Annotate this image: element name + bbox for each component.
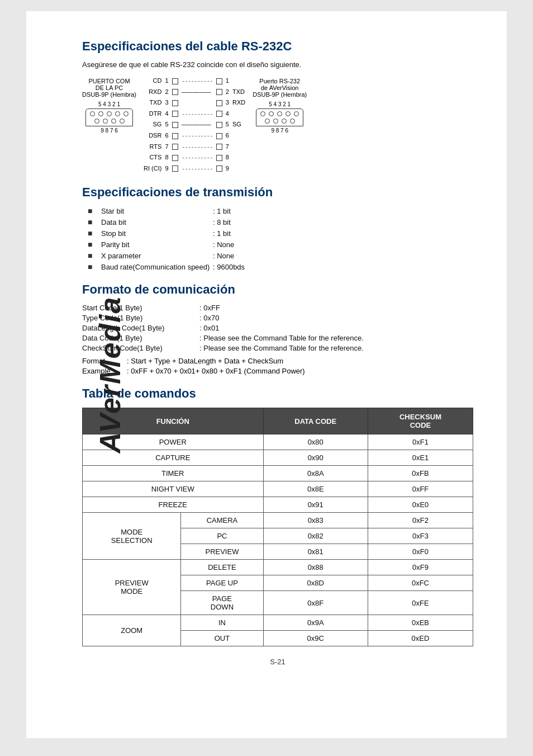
command-table: FUNCIÓN DATA CODE CHECKSUMCODE POWER 0x8… [82,408,473,646]
right-port-label2: de AVerVision [253,84,307,91]
spec-value-1: : 8 bit [213,218,231,226]
right-port-label3: DSUB-9P (Hembra) [253,91,307,98]
cmd-check-power: 0xF1 [368,434,473,450]
cmd-subfunc-zoomin: IN [181,615,263,631]
section1-intro: Asegúrese de que el cable RS-232 coincid… [82,60,473,69]
cmd-data-zoomout: 0x9C [263,631,368,646]
page-number: S-21 [82,658,473,666]
cmd-func-freeze: FREEZE [83,497,264,513]
comm-val-2: : 0x01 [199,324,219,332]
cmd-subfunc-camera: CAMERA [181,513,263,528]
cmd-check-camera: 0xF2 [368,513,473,528]
comm-val-1: : 0x70 [199,314,219,322]
table-row: NIGHT VIEW 0x8E 0xFF [83,481,473,497]
table-row: ZOOM IN 0x9A 0xEB [83,615,473,631]
cmd-data-camera: 0x83 [263,513,368,528]
cmd-check-freeze: 0xE0 [368,497,473,513]
pin-table: CD 1----------1 RXD 2————————2TXD TXD 33… [142,75,247,174]
left-connector-numbers-top: 5 4 3 2 1 [82,101,136,107]
cmd-data-nightview: 0x8E [263,481,368,497]
spec-label-5: Baud rate(Communication speed) [101,263,213,271]
spec-value-5: : 9600bds [213,263,245,271]
spec-value-4: : None [213,252,234,260]
cmd-func-timer: TIMER [83,466,264,481]
cmd-check-zoomin: 0xEB [368,615,473,631]
left-port-label2: DE LA PC [82,84,136,91]
spec-value-0: : 1 bit [213,207,231,215]
spec-value-3: : None [213,240,234,249]
cmd-data-pc: 0x82 [263,528,368,544]
section4-title: Tabla de comandos [82,386,473,401]
table-row: MODESELECTION CAMERA 0x83 0xF2 [83,513,473,528]
comm-format-table: Start Code(1 Byte) : 0xFF Type Code(1 By… [82,304,473,375]
cmd-subfunc-delete: DELETE [181,560,263,575]
cmd-check-pc: 0xF3 [368,528,473,544]
cmd-data-delete: 0x88 [263,560,368,575]
cmd-data-timer: 0x8A [263,466,368,481]
spec-label-4: X parameter [101,252,213,260]
cmd-subfunc-zoomout: OUT [181,631,263,646]
left-connector-numbers-bottom: 9 8 7 6 [82,127,136,134]
cmd-check-pagedown: 0xFE [368,591,473,615]
table-row: FREEZE 0x91 0xE0 [83,497,473,513]
comm-val-4: : Please see the Command Table for the r… [199,344,364,352]
comm-val-0: : 0xFF [199,304,220,312]
right-connector-numbers-top: 5 4 3 2 1 [253,101,307,107]
cmd-func-zoom: ZOOM [83,615,181,646]
cmd-data-capture: 0x90 [263,450,368,466]
cmd-check-preview: 0xF0 [368,544,473,560]
left-port-label1: PUERTO COM [82,78,136,84]
col-header-datacode: DATA CODE [263,408,368,434]
table-row: TIMER 0x8A 0xFB [83,466,473,481]
brand-logo: AVerMedia [93,291,127,459]
col-header-checksum: CHECKSUMCODE [368,408,473,434]
section3-title: Formato de comunicación [82,282,473,297]
cmd-check-timer: 0xFB [368,466,473,481]
cmd-data-freeze: 0x91 [263,497,368,513]
cmd-subfunc-preview: PREVIEW [181,544,263,560]
comm-val-3: : Please see the Command Table for the r… [199,334,364,342]
cmd-func-modesel: MODESELECTION [83,513,181,560]
right-connector-numbers-bottom: 9 8 7 6 [253,127,307,134]
cmd-check-nightview: 0xFF [368,481,473,497]
cmd-data-pagedown: 0x8F [263,591,368,615]
table-row: CAPTURE 0x90 0xE1 [83,450,473,466]
spec-label-3: Parity bit [101,240,213,249]
example-value: : 0xFF + 0x70 + 0x01+ 0x80 + 0xF1 (Comma… [127,367,305,375]
cmd-check-zoomout: 0xED [368,631,473,646]
spec-label-0: Star bit [101,207,213,215]
cmd-subfunc-pagedown: PAGEDOWN [181,591,263,615]
cmd-subfunc-pageup: PAGE UP [181,575,263,591]
cmd-func-nightview: NIGHT VIEW [83,481,264,497]
transmission-specs: ■ Star bit : 1 bit ■ Data bit : 8 bit ■ … [88,206,473,271]
spec-value-2: : 1 bit [213,229,231,238]
cmd-subfunc-pc: PC [181,528,263,544]
format-value: : Start + Type + DataLength + Data + Che… [127,357,283,365]
cmd-data-zoomin: 0x9A [263,615,368,631]
cmd-check-pageup: 0xFC [368,575,473,591]
table-row: POWER 0x80 0xF1 [83,434,473,450]
spec-label-1: Data bit [101,218,213,226]
cmd-data-pageup: 0x8D [263,575,368,591]
table-row: PREVIEWMODE DELETE 0x88 0xF9 [83,560,473,575]
section1-title: Especificaciones del cable RS-232C [82,39,473,54]
right-port-label1: Puerto RS-232 [253,78,307,84]
left-port-label3: DSUB-9P (Hembra) [82,91,136,98]
cmd-data-power: 0x80 [263,434,368,450]
cmd-data-preview: 0x81 [263,544,368,560]
spec-label-2: Stop bit [101,229,213,238]
cmd-func-previewmode: PREVIEWMODE [83,560,181,615]
section2-title: Especificaciones de transmisión [82,185,473,200]
cmd-check-delete: 0xF9 [368,560,473,575]
cable-diagram: PUERTO COM DE LA PC DSUB-9P (Hembra) 5 4… [82,75,473,174]
cmd-check-capture: 0xE1 [368,450,473,466]
